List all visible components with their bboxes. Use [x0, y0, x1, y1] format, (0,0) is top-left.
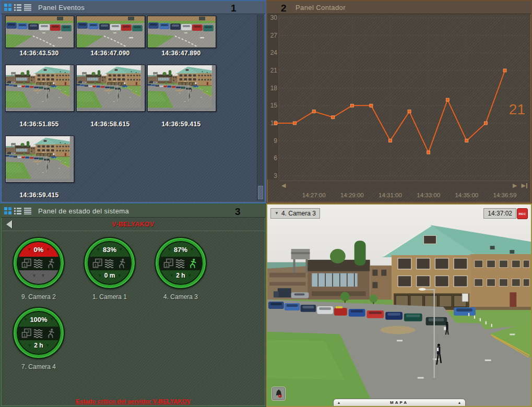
annotation-badge-1: 1	[231, 3, 237, 13]
events-scrollbar[interactable]	[257, 15, 264, 200]
svg-text:21: 21	[270, 67, 278, 74]
alarm-bell-button[interactable]	[271, 387, 286, 401]
event-timestamp: 14:36:47.890	[147, 50, 215, 57]
svg-text:14:29:00: 14:29:00	[340, 192, 364, 198]
svg-text:14:36:59: 14:36:59	[493, 192, 517, 198]
gauge-ring: ▼100%▼ ▼2 h▼	[13, 307, 65, 359]
events-scrollbar-thumb[interactable]	[258, 186, 263, 199]
event-snapshot	[77, 16, 145, 47]
camera-health-gauge[interactable]: ▼0%▼ ▼▼ 9. Camera 2	[13, 237, 65, 301]
svg-text:14:35:00: 14:35:00	[455, 192, 478, 198]
camera-health-gauge[interactable]: ▼83%▼ ▼0 m▼ 1. Camera 1	[84, 237, 136, 301]
panel-title: Panel Contador	[295, 4, 346, 11]
chart-scroll-left-icon[interactable]: ◀	[279, 183, 288, 188]
events-header: Panel Eventos	[1, 1, 265, 14]
bell-icon	[273, 388, 285, 400]
map-drawer-toggle[interactable]: ▲ MAPA ▲	[333, 399, 466, 406]
event-snapshot	[148, 65, 216, 111]
detail-view-icon[interactable]	[24, 4, 31, 11]
chart-scroll-strip: ◀ ▶ ▶	[279, 181, 529, 190]
panel-eventos: Panel Eventos 1 14:36:43.530 14:36:47.09…	[0, 0, 266, 204]
event-timestamp: 14:36:47.090	[76, 50, 144, 57]
frame-rate-icon	[21, 328, 32, 339]
server-name: V-BELYAKOV	[2, 221, 264, 228]
panel-estado-sistema: Panel de estado del sistema 3 V-BELYAKOV…	[0, 204, 266, 407]
motion-detector-icon	[116, 258, 127, 269]
svg-text:24: 24	[270, 49, 278, 56]
event-thumbnail[interactable]	[147, 16, 216, 48]
panel-title: Panel de estado del sistema	[38, 207, 129, 215]
chevron-up-icon: ▲	[334, 401, 345, 404]
list-view-icon[interactable]	[14, 4, 21, 11]
event-snapshot	[77, 65, 145, 111]
annotation-badge-2: 2	[281, 3, 287, 13]
surveillance-workspace: Panel Eventos 1 14:36:43.530 14:36:47.09…	[0, 0, 532, 407]
svg-text:9: 9	[274, 137, 277, 145]
event-timestamp: 14:36:51.855	[5, 121, 73, 128]
status-subheader: V-BELYAKOV	[2, 218, 264, 231]
svg-text:14:27:00: 14:27:00	[302, 192, 326, 198]
event-timestamp: 14:36:59.415	[147, 121, 215, 128]
counter-current-value: 21	[509, 101, 525, 118]
motion-detector-icon	[45, 328, 56, 339]
event-snapshot	[6, 136, 74, 182]
camera-name-dropdown[interactable]: ▼ 4. Camera 3	[270, 208, 320, 219]
gauge-ring: ▼0%▼ ▼▼	[13, 237, 65, 289]
motion-detector-icon	[45, 258, 56, 269]
svg-text:14:33:00: 14:33:00	[417, 192, 440, 198]
svg-text:27: 27	[270, 32, 278, 39]
event-thumbnail[interactable]	[147, 65, 216, 112]
event-timestamp: 14:36:43.530	[5, 50, 73, 57]
critical-server-alert: Estado crítico del servidor V-BELYAKOV	[1, 398, 265, 404]
camera-health-gauge[interactable]: ▼100%▼ ▼2 h▼ 7. Camera 4	[13, 307, 65, 370]
event-timestamp: 14:36:58.615	[76, 121, 144, 128]
stream-waves-icon	[33, 258, 44, 269]
svg-text:14:31:00: 14:31:00	[379, 192, 402, 198]
event-snapshot	[6, 65, 74, 111]
grid-view-icon[interactable]	[4, 207, 11, 214]
frame-rate-icon	[21, 258, 32, 269]
gauge-camera-label: 1. Camera 1	[84, 293, 136, 301]
svg-text:18: 18	[270, 85, 278, 92]
svg-text:15: 15	[270, 102, 278, 109]
camera-health-gauge[interactable]: ▼87%▼ ▼2 h▼ 4. Camera 3	[155, 237, 207, 301]
event-timestamp: 14:36:59.415	[5, 191, 73, 199]
recording-badge: REC	[517, 208, 528, 219]
chevron-down-icon: ▼	[275, 211, 279, 216]
gauge-camera-label: 9. Camera 2	[13, 293, 65, 301]
chart-scroll-right-icon[interactable]: ▶	[511, 183, 519, 188]
event-thumbnail[interactable]	[76, 16, 145, 48]
gauge-ring: ▼87%▼ ▼2 h▼	[155, 237, 207, 289]
event-thumbnail[interactable]	[5, 16, 74, 48]
counter-header: Panel Contador	[267, 1, 531, 14]
annotation-badge-3: 3	[235, 207, 241, 217]
stream-waves-icon	[33, 328, 44, 339]
stream-waves-icon	[104, 258, 115, 269]
panel-contador: 14:27:0014:29:0014:31:0014:33:0014:35:00…	[266, 0, 532, 204]
status-header: Panel de estado del sistema	[1, 205, 265, 218]
camera-name-label: 4. Camera 3	[281, 210, 316, 217]
panel-title: Panel Eventos	[38, 4, 85, 11]
svg-text:6: 6	[274, 154, 277, 162]
map-drawer-label: MAPA	[344, 400, 454, 405]
event-snapshot	[6, 16, 74, 47]
list-view-icon[interactable]	[14, 207, 21, 214]
event-snapshot	[148, 16, 216, 47]
event-thumbnail[interactable]	[5, 136, 74, 183]
event-thumbnail[interactable]	[76, 65, 145, 112]
chevron-up-icon: ▲	[454, 401, 465, 404]
detail-view-icon[interactable]	[24, 207, 31, 214]
grid-view-icon[interactable]	[4, 4, 11, 11]
svg-text:30: 30	[270, 14, 278, 21]
frame-rate-icon	[92, 258, 103, 269]
gauge-ring: ▼83%▼ ▼0 m▼	[84, 237, 136, 289]
camera-live-image[interactable]	[267, 205, 531, 406]
event-thumbnail[interactable]	[5, 65, 74, 112]
chart-jump-latest-icon[interactable]: ▶	[519, 183, 529, 188]
frame-rate-icon	[163, 258, 174, 269]
counter-chart: 14:27:0014:29:0014:31:0014:33:0014:35:00…	[267, 1, 531, 202]
gauge-camera-label: 7. Camera 4	[13, 363, 65, 370]
camera-timestamp: 14:37:02	[483, 208, 516, 219]
stream-waves-icon	[175, 258, 186, 269]
camera-view-panel[interactable]: ▼ 4. Camera 3 14:37:02 REC ▲ MAPA ▲	[266, 204, 532, 407]
